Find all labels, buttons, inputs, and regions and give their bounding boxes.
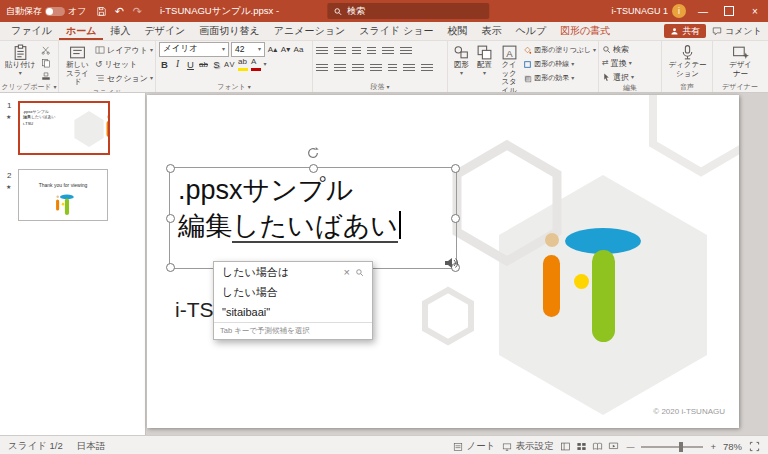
minimize-button[interactable]: — bbox=[690, 0, 716, 22]
columns-button[interactable] bbox=[388, 64, 397, 73]
zoom-slider-thumb[interactable] bbox=[679, 442, 683, 452]
select-button[interactable]: 選択▾ bbox=[602, 71, 634, 83]
fit-to-window-button[interactable] bbox=[749, 441, 760, 452]
tab-design[interactable]: デザイン bbox=[137, 22, 192, 40]
new-slide-button[interactable]: 新しい スライド bbox=[62, 43, 93, 88]
justify-button[interactable] bbox=[370, 64, 382, 73]
copy-button[interactable] bbox=[39, 57, 53, 68]
ime-close-icon[interactable]: × bbox=[344, 266, 350, 278]
resize-handle-ne[interactable] bbox=[451, 164, 460, 173]
ime-candidate-3[interactable]: "sitaibaai" bbox=[214, 302, 372, 322]
slide-title-line2[interactable]: 編集したいばあい bbox=[178, 208, 401, 244]
autosave-toggle[interactable]: 自動保存 オフ bbox=[0, 5, 92, 18]
notes-button[interactable]: ノート bbox=[453, 440, 495, 453]
paragraph-dialog-launcher[interactable]: ▾ bbox=[386, 84, 389, 90]
close-button[interactable]: × bbox=[742, 0, 768, 22]
italic-button[interactable]: I bbox=[172, 58, 183, 70]
zoom-out-button[interactable]: — bbox=[626, 442, 634, 451]
normal-view-button[interactable] bbox=[560, 441, 571, 452]
slide-sorter-view-button[interactable] bbox=[576, 441, 587, 452]
zoom-level[interactable]: 78% bbox=[723, 441, 742, 452]
replace-button[interactable]: ⇄置換▾ bbox=[602, 57, 632, 69]
resize-handle-w[interactable] bbox=[166, 214, 175, 223]
align-left-button[interactable] bbox=[316, 64, 328, 73]
tab-shape-format[interactable]: 図形の書式 bbox=[553, 22, 617, 40]
tab-transitions[interactable]: 画面切り替え bbox=[192, 22, 266, 40]
ime-candidate-2[interactable]: したい場合 bbox=[214, 282, 372, 302]
font-color-button[interactable]: A bbox=[250, 58, 261, 70]
font-dialog-launcher[interactable]: ▾ bbox=[248, 84, 251, 90]
search-box[interactable]: 検索 bbox=[327, 3, 489, 19]
slideshow-view-button[interactable] bbox=[608, 441, 619, 452]
decrease-indent-button[interactable] bbox=[352, 47, 361, 56]
cut-button[interactable] bbox=[39, 44, 53, 55]
character-spacing-button[interactable]: AV bbox=[224, 58, 235, 70]
section-button[interactable]: セクション▾ bbox=[95, 72, 153, 84]
tab-view[interactable]: 表示 bbox=[474, 22, 508, 40]
grow-font-button[interactable]: A▴ bbox=[267, 43, 278, 55]
shape-outline-button[interactable]: 図形の枠線▾ bbox=[523, 58, 596, 70]
tab-help[interactable]: ヘルプ bbox=[508, 22, 553, 40]
undo-button[interactable]: ↶ bbox=[110, 0, 128, 22]
change-case-button[interactable]: Aa bbox=[293, 43, 304, 55]
zoom-slider[interactable] bbox=[641, 446, 703, 448]
bullets-button[interactable] bbox=[316, 47, 328, 56]
text-direction-button[interactable] bbox=[400, 47, 412, 56]
tab-slideshow[interactable]: スライド ショー bbox=[352, 22, 440, 40]
reading-view-button[interactable] bbox=[592, 441, 603, 452]
layout-button[interactable]: レイアウト▾ bbox=[95, 44, 153, 56]
bold-button[interactable]: B bbox=[159, 58, 170, 70]
shape-fill-button[interactable]: 図形の塗りつぶし▾ bbox=[523, 44, 596, 56]
slide-canvas[interactable]: .ppsxサンプル 編集したいばあい i-TSU したい場合は × したい場合 … bbox=[147, 95, 739, 428]
ime-search-icon[interactable] bbox=[355, 268, 364, 277]
zoom-in-button[interactable]: + bbox=[710, 441, 716, 452]
align-text-button[interactable] bbox=[403, 64, 415, 73]
display-settings-button[interactable]: 表示設定 bbox=[502, 440, 553, 453]
resize-handle-nw[interactable] bbox=[166, 164, 175, 173]
redo-button[interactable]: ↷ bbox=[128, 0, 146, 22]
tab-animations[interactable]: アニメーション bbox=[267, 22, 352, 40]
clipboard-dialog-launcher[interactable]: ▾ bbox=[53, 84, 56, 90]
tab-file[interactable]: ファイル bbox=[4, 22, 59, 40]
strikethrough-button[interactable]: ab bbox=[198, 58, 209, 70]
designer-button[interactable]: デザイ ナー bbox=[727, 43, 754, 79]
autosave-switch[interactable] bbox=[45, 7, 65, 16]
title-textbox[interactable]: .ppsxサンプル 編集したいばあい bbox=[169, 167, 457, 269]
rotate-handle-icon[interactable] bbox=[306, 146, 320, 160]
audio-speaker-icon[interactable] bbox=[443, 255, 459, 271]
quick-styles-button[interactable]: クイック スタイル bbox=[497, 43, 521, 93]
tab-insert[interactable]: 挿入 bbox=[103, 22, 137, 40]
shapes-button[interactable]: 図形 ▾ bbox=[451, 43, 472, 77]
highlight-button[interactable]: ab bbox=[237, 58, 248, 70]
share-button[interactable]: 共有 bbox=[664, 24, 706, 38]
arrange-button[interactable]: 配置 ▾ bbox=[474, 43, 495, 77]
format-painter-button[interactable] bbox=[39, 70, 53, 81]
tab-review[interactable]: 校閲 bbox=[440, 22, 474, 40]
text-shadow-button[interactable]: S bbox=[211, 58, 222, 70]
font-name-combo[interactable]: メイリオ▾ bbox=[159, 42, 229, 57]
slide-title-line1[interactable]: .ppsxサンプル bbox=[178, 172, 353, 208]
slide-indicator[interactable]: スライド 1/2 bbox=[8, 440, 63, 453]
paste-button[interactable]: 貼り付け ▾ bbox=[3, 43, 37, 77]
slide-2-thumbnail[interactable]: Thank you for viewing bbox=[18, 169, 108, 221]
convert-smartart-button[interactable] bbox=[421, 64, 433, 73]
align-center-button[interactable] bbox=[334, 64, 346, 73]
resize-handle-e[interactable] bbox=[451, 214, 460, 223]
avatar[interactable]: i bbox=[672, 4, 686, 18]
ime-candidate-1[interactable]: したい場合は × bbox=[214, 262, 372, 282]
shape-effects-button[interactable]: 図形の効果▾ bbox=[523, 72, 596, 84]
tab-home[interactable]: ホーム bbox=[59, 22, 103, 40]
save-button[interactable] bbox=[92, 0, 110, 22]
restore-button[interactable] bbox=[716, 0, 742, 22]
font-size-combo[interactable]: 42▾ bbox=[231, 42, 265, 57]
align-right-button[interactable] bbox=[352, 64, 364, 73]
resize-handle-sw[interactable] bbox=[166, 263, 175, 272]
comments-button[interactable]: コメント bbox=[712, 25, 762, 38]
shrink-font-button[interactable]: A▾ bbox=[280, 43, 291, 55]
underline-button[interactable]: U bbox=[185, 58, 196, 70]
reset-button[interactable]: ↺リセット bbox=[95, 58, 153, 70]
dictate-button[interactable]: ディクテー ション bbox=[666, 43, 708, 79]
find-button[interactable]: 検索 bbox=[602, 43, 629, 55]
increase-indent-button[interactable] bbox=[367, 47, 376, 56]
slide-1-thumbnail[interactable]: .ppsxサンプル 編集したいばあい i-TSU bbox=[18, 101, 110, 155]
